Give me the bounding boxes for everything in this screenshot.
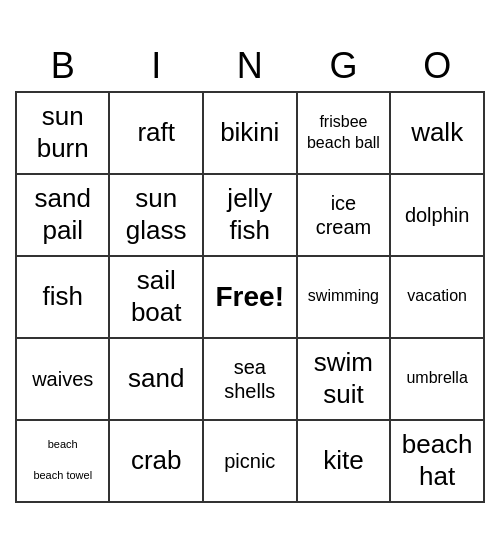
- bingo-card: B I N G O sun burnraftbikinifrisbee beac…: [15, 42, 485, 503]
- bingo-cell: fish: [16, 256, 109, 338]
- bingo-cell: beachbeach towel: [16, 420, 109, 502]
- header-n: N: [203, 42, 297, 92]
- table-row: sun burnraftbikinifrisbee beach ballwalk: [16, 92, 484, 174]
- table-row: fishsail boatFree!swimmingvacation: [16, 256, 484, 338]
- table-row: beachbeach towelcrabpicnickitebeach hat: [16, 420, 484, 502]
- bingo-cell: frisbee beach ball: [297, 92, 391, 174]
- header-row: B I N G O: [16, 42, 484, 92]
- bingo-cell: sun glass: [109, 174, 202, 256]
- bingo-cell: picnic: [203, 420, 297, 502]
- bingo-cell: vacation: [390, 256, 484, 338]
- bingo-cell: sun burn: [16, 92, 109, 174]
- bingo-cell: bikini: [203, 92, 297, 174]
- bingo-cell: kite: [297, 420, 391, 502]
- header-i: I: [109, 42, 202, 92]
- bingo-cell: crab: [109, 420, 202, 502]
- bingo-cell: raft: [109, 92, 202, 174]
- header-g: G: [297, 42, 391, 92]
- header-o: O: [390, 42, 484, 92]
- bingo-cell: sail boat: [109, 256, 202, 338]
- bingo-cell: sea shells: [203, 338, 297, 420]
- bingo-cell: sand: [109, 338, 202, 420]
- header-b: B: [16, 42, 109, 92]
- bingo-cell: walk: [390, 92, 484, 174]
- bingo-cell: beach hat: [390, 420, 484, 502]
- table-row: waivessandsea shellsswim suitumbrella: [16, 338, 484, 420]
- bingo-cell: sand pail: [16, 174, 109, 256]
- bingo-cell: waives: [16, 338, 109, 420]
- bingo-cell: swimming: [297, 256, 391, 338]
- bingo-cell: jelly fish: [203, 174, 297, 256]
- table-row: sand pailsun glassjelly fishice creamdol…: [16, 174, 484, 256]
- bingo-cell: dolphin: [390, 174, 484, 256]
- bingo-body: sun burnraftbikinifrisbee beach ballwalk…: [16, 92, 484, 502]
- bingo-cell: Free!: [203, 256, 297, 338]
- bingo-cell: ice cream: [297, 174, 391, 256]
- bingo-cell: umbrella: [390, 338, 484, 420]
- bingo-cell: swim suit: [297, 338, 391, 420]
